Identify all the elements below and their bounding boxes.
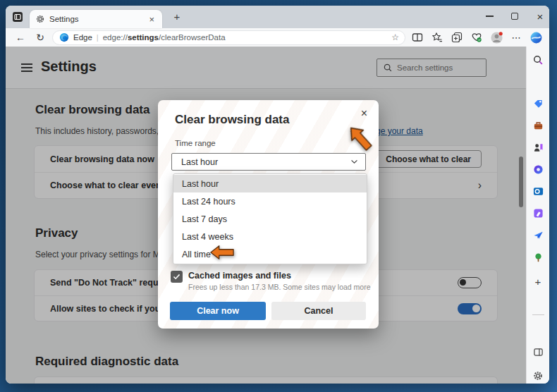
- tab-actions-menu-icon[interactable]: [12, 11, 23, 23]
- collections-icon[interactable]: [449, 30, 465, 45]
- sidebar-add-icon[interactable]: +: [532, 275, 544, 288]
- address-bar[interactable]: Edge | edge://settings/clearBrowserData …: [52, 30, 405, 45]
- sidebar-designer-icon[interactable]: [532, 207, 544, 219]
- sidebar-settings-gear-icon[interactable]: [532, 369, 544, 382]
- option-last-4-weeks[interactable]: Last 4 weeks: [173, 228, 367, 245]
- sidebar-divider: [532, 314, 544, 315]
- annotation-arrow-all-time: [207, 245, 238, 260]
- address-separator: |: [97, 33, 99, 42]
- sidebar-drop-icon[interactable]: [532, 228, 544, 241]
- window-close-button[interactable]: ×: [530, 6, 549, 27]
- cached-images-checkbox[interactable]: [171, 271, 183, 283]
- edge-sidebar: +: [526, 47, 549, 384]
- title-bar: Settings × + ×: [6, 6, 549, 28]
- window-minimize-button[interactable]: [479, 6, 500, 27]
- favorite-star-icon[interactable]: ☆: [391, 32, 399, 42]
- tab-favicon-gear-icon: [35, 14, 45, 24]
- option-last-7-days[interactable]: Last 7 days: [173, 210, 367, 228]
- desktop: Settings × + × ← ↻ Edge | edge://setting…: [0, 0, 557, 392]
- option-last-hour[interactable]: Last hour: [173, 175, 367, 192]
- edge-logo-icon: [59, 32, 69, 42]
- sidebar-panel-icon[interactable]: [532, 345, 544, 358]
- time-range-selected-value: Last hour: [181, 157, 350, 167]
- clear-now-button[interactable]: Clear now: [170, 302, 266, 320]
- window-maximize-button[interactable]: [504, 6, 525, 27]
- cached-images-label: Cached images and files: [188, 271, 291, 281]
- url-text: edge://settings/clearBrowserData: [103, 33, 388, 42]
- tab-settings[interactable]: Settings ×: [30, 10, 162, 28]
- sidebar-games-icon[interactable]: [532, 141, 544, 154]
- dialog-close-icon[interactable]: ×: [358, 106, 370, 121]
- sidebar-copilot-icon[interactable]: [532, 163, 544, 176]
- dialog-title: Clear browsing data: [175, 113, 289, 127]
- cancel-button[interactable]: Cancel: [271, 302, 366, 320]
- sidebar-search-icon[interactable]: [532, 54, 544, 66]
- sidebar-tree-icon[interactable]: [532, 251, 544, 264]
- cached-images-sublabel: Frees up less than 17.3 MB. Some sites m…: [188, 283, 371, 291]
- copilot-icon[interactable]: [528, 30, 544, 45]
- chevron-down-icon: [350, 159, 358, 164]
- browser-toolbar: ← ↻ Edge | edge://settings/clearBrowserD…: [6, 28, 549, 47]
- split-screen-icon[interactable]: [410, 30, 425, 45]
- back-button[interactable]: ←: [13, 32, 28, 43]
- profile-avatar[interactable]: [489, 30, 504, 45]
- browser-essentials-icon[interactable]: [469, 30, 484, 45]
- refresh-button[interactable]: ↻: [32, 32, 48, 43]
- settings-more-icon[interactable]: ⋯: [508, 30, 524, 45]
- favorites-icon[interactable]: [429, 30, 445, 45]
- time-range-select[interactable]: Last hour: [171, 153, 366, 171]
- tab-title: Settings: [49, 15, 142, 23]
- sidebar-tools-icon[interactable]: [532, 119, 544, 132]
- option-all-time[interactable]: All time: [173, 245, 367, 263]
- tab-close-icon[interactable]: ×: [147, 15, 157, 24]
- sidebar-outlook-icon[interactable]: [532, 185, 544, 197]
- option-last-24-hours[interactable]: Last 24 hours: [173, 192, 367, 210]
- new-tab-button[interactable]: +: [169, 11, 185, 23]
- sidebar-shopping-icon[interactable]: [532, 97, 544, 110]
- address-badge-label: Edge: [73, 33, 92, 42]
- time-range-label: Time range: [175, 139, 216, 147]
- time-range-dropdown: Last hour Last 24 hours Last 7 days Last…: [173, 173, 367, 264]
